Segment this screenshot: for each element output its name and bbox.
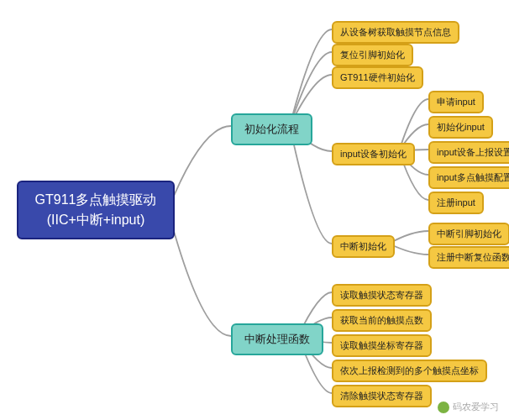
branch-init-label: 初始化流程 xyxy=(244,122,299,137)
watermark: 码农爱学习 xyxy=(438,401,499,413)
leaf-readcoord-label: 读取触摸坐标寄存器 xyxy=(340,339,423,352)
leaf-readstatus: 读取触摸状态寄存器 xyxy=(332,284,432,307)
leaf-reset: 复位引脚初始化 xyxy=(332,44,413,66)
leaf-irqpin-label: 中断引脚初始化 xyxy=(437,228,501,240)
leaf-reg: 注册input xyxy=(428,192,484,214)
branch-irq: 中断处理函数 xyxy=(231,323,323,355)
leaf-hw: GT911硬件初始化 xyxy=(332,66,423,89)
leaf-reg-label: 注册input xyxy=(437,197,475,209)
leaf-readstatus-label: 读取触摸状态寄存器 xyxy=(340,289,423,302)
leaf-reportpts: 依次上报检测到的多个触摸点坐标 xyxy=(332,360,487,382)
leaf-irqinit: 中断初始化 xyxy=(332,235,395,258)
leaf-clear-label: 清除触摸状态寄存器 xyxy=(340,390,423,402)
watermark-label: 码农爱学习 xyxy=(453,401,499,413)
leaf-input-label: input设备初始化 xyxy=(340,148,407,160)
leaf-irqregfn-label: 注册中断复位函数 xyxy=(437,251,509,264)
leaf-multi: input多点触摸配置 xyxy=(428,166,509,189)
leaf-count: 获取当前的触摸点数 xyxy=(332,309,432,332)
leaf-alloc: 申请input xyxy=(428,91,484,113)
leaf-multi-label: input多点触摸配置 xyxy=(437,171,509,184)
watermark-logo-icon xyxy=(438,402,449,413)
leaf-alloc-label: 申请input xyxy=(437,96,475,108)
leaf-reportpts-label: 依次上报检测到的多个触摸点坐标 xyxy=(340,365,479,377)
leaf-devtree-label: 从设备树获取触摸节点信息 xyxy=(340,26,451,39)
root-label: GT911多点触摸驱动 (IIC+中断+input) xyxy=(35,190,157,230)
leaf-initinput: 初始化input xyxy=(428,116,493,139)
leaf-devtree: 从设备树获取触摸节点信息 xyxy=(332,21,459,44)
leaf-readcoord: 读取触摸坐标寄存器 xyxy=(332,334,432,357)
leaf-irqpin: 中断引脚初始化 xyxy=(428,223,509,245)
branch-irq-label: 中断处理函数 xyxy=(244,332,310,347)
leaf-report: input设备上报设置 xyxy=(428,141,509,164)
leaf-count-label: 获取当前的触摸点数 xyxy=(340,314,423,327)
leaf-reset-label: 复位引脚初始化 xyxy=(340,49,405,61)
leaf-hw-label: GT911硬件初始化 xyxy=(340,71,415,84)
leaf-report-label: input设备上报设置 xyxy=(437,146,509,159)
branch-init: 初始化流程 xyxy=(231,113,312,145)
leaf-clear: 清除触摸状态寄存器 xyxy=(332,385,432,407)
leaf-input: input设备初始化 xyxy=(332,143,415,165)
leaf-initinput-label: 初始化input xyxy=(437,121,485,134)
leaf-irqregfn: 注册中断复位函数 xyxy=(428,246,509,269)
root-node: GT911多点触摸驱动 (IIC+中断+input) xyxy=(17,181,175,239)
leaf-irqinit-label: 中断初始化 xyxy=(340,240,386,253)
